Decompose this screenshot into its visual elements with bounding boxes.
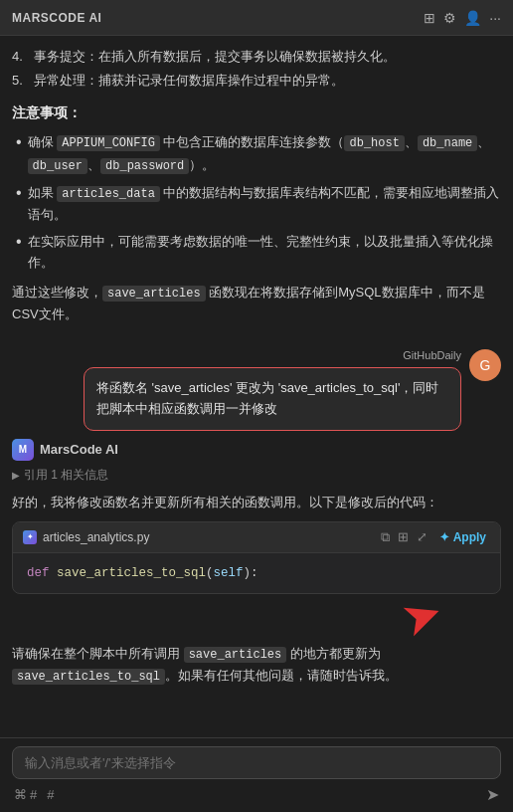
bullet-list: • 确保 APPIUM_CONFIG 中包含正确的数据库连接参数（db_host…	[12, 131, 501, 274]
ref-arrow-icon: ▶	[12, 470, 20, 481]
apply-btn-icon: ✦	[439, 530, 449, 544]
ai-logo-icon: M	[12, 439, 34, 461]
more-icon[interactable]: ···	[489, 10, 501, 26]
code-db-host: db_host	[344, 135, 404, 151]
gear-icon[interactable]: ⚙	[443, 10, 456, 26]
apply-label: Apply	[453, 530, 486, 544]
avatar-char: G	[480, 357, 491, 373]
copy-icon[interactable]: ⧉	[381, 529, 390, 545]
list-text-5: 异常处理：捕获并记录任何数据库操作过程中的异常。	[34, 70, 344, 92]
red-arrow-icon: ➤	[395, 586, 448, 645]
ai-response: M MarsCode AI ▶ 引用 1 相关信息 好的，我将修改函数名并更新所…	[12, 439, 501, 688]
code-self-param: self	[214, 566, 244, 580]
slash-icon: ⌘	[14, 787, 27, 802]
list-text-4: 事务提交：在插入所有数据后，提交事务以确保数据被持久化。	[34, 46, 396, 68]
code-file-icon: ✦	[23, 530, 37, 544]
ref-text: 引用 1 相关信息	[24, 467, 108, 484]
note-title: 注意事项：	[12, 102, 501, 125]
apply-button[interactable]: ✦ Apply	[435, 528, 490, 546]
user-message-text: 将函数名 'save_articles' 更改为 'save_articles_…	[96, 380, 438, 416]
list-num-4: 4.	[12, 46, 30, 68]
code-db-user: db_user	[28, 158, 87, 174]
bullet-item-2: • 如果 articles_data 中的数据结构与数据库表结构不匹配，需要相应…	[16, 182, 501, 226]
code-articles-data: articles_data	[57, 186, 160, 202]
bullet-text-1: 确保 APPIUM_CONFIG 中包含正确的数据库连接参数（db_host、d…	[28, 131, 501, 177]
code-save-articles: save_articles	[102, 286, 206, 302]
code-old-fn: save_articles	[184, 647, 287, 663]
send-icon: ➤	[486, 786, 499, 803]
code-block-header: ✦ articles_analytics.py ⧉ ⊞ ⤢ ✦ Apply	[13, 522, 500, 553]
ai-brand-name: MarsCode AI	[40, 442, 118, 457]
code-block: ✦ articles_analytics.py ⧉ ⊞ ⤢ ✦ Apply de…	[12, 521, 501, 594]
person-icon[interactable]: 👤	[464, 10, 481, 26]
code-function-name: save_articles_to_sql	[57, 566, 206, 580]
ai-intro-text: 好的，我将修改函数名并更新所有相关的函数调用。以下是修改后的代码：	[12, 492, 501, 513]
code-params: (	[206, 566, 214, 580]
code-close-paren: ):	[244, 566, 258, 580]
app-title: MARSCODE AI	[12, 11, 101, 25]
input-bottom-row: ⌘ # # ➤	[12, 785, 501, 804]
list-item-5: 5. 异常处理：捕获并记录任何数据库操作过程中的异常。	[12, 70, 501, 92]
list-num-5: 5.	[12, 70, 30, 92]
input-box[interactable]	[12, 746, 501, 779]
bullet-item-1: • 确保 APPIUM_CONFIG 中包含正确的数据库连接参数（db_host…	[16, 131, 501, 177]
hashtag-label: #	[47, 787, 54, 802]
user-name: GitHubDaily	[403, 349, 461, 361]
diff-icon[interactable]: ⊞	[398, 529, 409, 544]
chat-area: 4. 事务提交：在插入所有数据后，提交事务以确保数据被持久化。 5. 异常处理：…	[0, 36, 513, 793]
slash-command-icon[interactable]: ⌘ #	[14, 787, 37, 802]
user-message-row: GitHubDaily 将函数名 'save_articles' 更改为 'sa…	[12, 349, 501, 431]
plus-icon[interactable]: ⊞	[424, 10, 435, 26]
slash-label: #	[30, 787, 37, 802]
code-actions: ⧉ ⊞ ⤢ ✦ Apply	[381, 528, 490, 546]
user-bubble: 将函数名 'save_articles' 更改为 'save_articles_…	[84, 367, 461, 431]
expand-icon[interactable]: ⤢	[417, 529, 428, 544]
bullet-item-3: • 在实际应用中，可能需要考虑数据的唯一性、完整性约束，以及批量插入等优化操作。	[16, 231, 501, 274]
bullet-dot-1: •	[16, 129, 22, 177]
red-arrow-decoration: ➤	[12, 592, 501, 640]
hashtag-icon[interactable]: #	[47, 787, 54, 802]
user-avatar: G	[469, 349, 501, 381]
input-area: ⌘ # # ➤	[0, 737, 513, 812]
input-icons-left: ⌘ # #	[14, 787, 54, 802]
bullet-dot-3: •	[16, 229, 22, 274]
code-db-password: db_password	[100, 158, 189, 174]
top-content: 4. 事务提交：在插入所有数据后，提交事务以确保数据被持久化。 5. 异常处理：…	[12, 36, 501, 337]
header-icon-group: ⊞ ⚙ 👤 ···	[424, 10, 501, 26]
summary-text: 通过这些修改，save_articles 函数现在将数据存储到MySQL数据库中…	[12, 282, 501, 325]
bullet-dot-2: •	[16, 180, 22, 226]
ai-brand-row: M MarsCode AI	[12, 439, 501, 461]
bottom-text: 请确保在整个脚本中所有调用 save_articles 的地方都更新为 save…	[12, 643, 501, 688]
code-new-fn: save_articles_to_sql	[12, 669, 165, 685]
send-button[interactable]: ➤	[486, 785, 499, 804]
app-header: MARSCODE AI ⊞ ⚙ 👤 ···	[0, 0, 513, 36]
code-db-name: db_name	[418, 135, 477, 151]
code-file-name: ✦ articles_analytics.py	[23, 530, 149, 544]
code-appium-config: APPIUM_CONFIG	[57, 135, 160, 151]
code-filename-text: articles_analytics.py	[43, 530, 149, 544]
ref-row[interactable]: ▶ 引用 1 相关信息	[12, 467, 501, 484]
code-def-keyword: def	[27, 566, 57, 580]
bullet-text-2: 如果 articles_data 中的数据结构与数据库表结构不匹配，需要相应地调…	[28, 182, 501, 226]
bullet-text-3: 在实际应用中，可能需要考虑数据的唯一性、完整性约束，以及批量插入等优化操作。	[28, 231, 501, 274]
message-input[interactable]	[25, 755, 488, 770]
list-item-4: 4. 事务提交：在插入所有数据后，提交事务以确保数据被持久化。	[12, 46, 501, 68]
